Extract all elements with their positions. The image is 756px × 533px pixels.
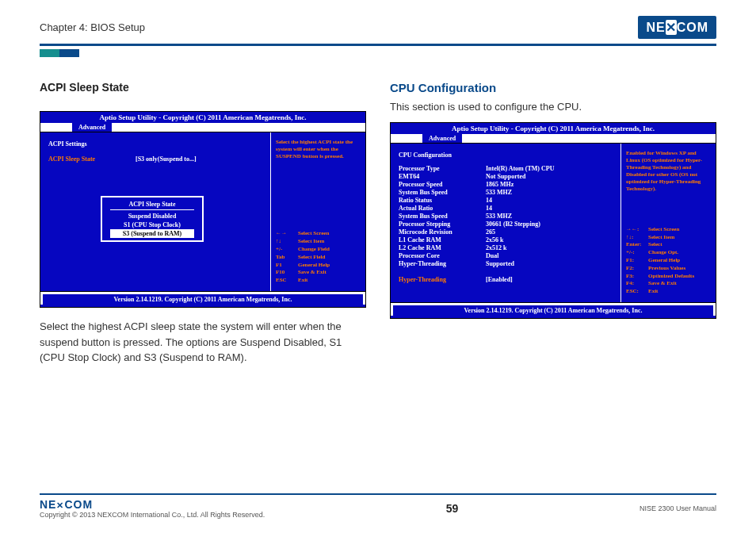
left-column: ACPI Sleep State Aptio Setup Utility - C… [40, 81, 366, 366]
bios-info-row: L1 Cache RAM2x56 k [399, 236, 613, 243]
left-heading: ACPI Sleep State [40, 81, 366, 94]
bios-title: Aptio Setup Utility - Copyright (C) 2011… [40, 112, 365, 123]
bios-title: Aptio Setup Utility - Copyright (C) 2011… [391, 123, 716, 134]
page-footer: NE✕COM Copyright © 2013 NEXCOM Internati… [40, 493, 716, 519]
bios-section: CPU Configuration [399, 151, 613, 159]
bios-info-row: Hyper-ThreadingSupported [399, 260, 613, 267]
popup-acpi-options[interactable]: ACPI Sleep State Suspend Disabled S1 (CP… [101, 196, 204, 242]
right-subtext: This section is used to configure the CP… [390, 101, 716, 113]
bios-info-row: Actual Ratio14 [399, 205, 613, 212]
bios-info-row: Ratio Status14 [399, 197, 613, 204]
bios-help-text: Select the highest ACPI state the system… [276, 139, 361, 230]
bios-info-row: Processor Speed1865 MHz [399, 181, 613, 188]
bios-screenshot-cpu: Aptio Setup Utility - Copyright (C) 2011… [390, 122, 716, 319]
popup-option-selected[interactable]: S3 (Suspend to RAM) [110, 229, 194, 238]
brand-logo: NE✕COM [638, 16, 716, 39]
footer-logo: NE✕COM [40, 498, 265, 511]
right-heading: CPU Configuration [390, 81, 716, 94]
bios-option-row[interactable]: Hyper-Threading [Enabled] [399, 276, 613, 283]
left-body-text: Select the highest ACPI sleep state the … [40, 319, 366, 366]
tab-advanced[interactable]: Advanced [422, 134, 462, 143]
bios-key-legend: ←→Select Screen↑↓Select Item+/-Change Fi… [276, 230, 361, 285]
bios-info-row: L2 Cache RAM2x512 k [399, 244, 613, 251]
bios-info-row: Processor CoreDual [399, 252, 613, 259]
copyright-text: Copyright © 2013 NEXCOM International Co… [40, 511, 265, 519]
bios-info-row: Microcode Revision265 [399, 228, 613, 236]
bios-info-row: EMT64Not Supported [399, 173, 613, 180]
right-column: CPU Configuration This section is used t… [390, 81, 716, 366]
manual-name: NISE 2300 User Manual [640, 504, 716, 512]
page-number: 59 [446, 502, 459, 515]
bios-tabs: Advanced [40, 123, 365, 132]
bios-version: Version 2.14.1219. Copyright (C) 2011 Am… [43, 294, 363, 305]
bios-info-row: System Bus Speed533 MHZ [399, 213, 613, 220]
accent-stripe [40, 49, 79, 57]
bios-info-row: Processor Stepping30661 (B2 Stepping) [399, 220, 613, 228]
popup-option[interactable]: Suspend Disabled [110, 212, 194, 220]
bios-section: ACPI Settings [48, 140, 262, 148]
bios-key-legend: →←:Select Screen↑↓:Select ItemEnter:Sele… [626, 226, 711, 296]
popup-option[interactable]: S1 (CPU Stop Clock) [110, 220, 194, 229]
bios-info-row: System Bus Speed533 MHZ [399, 189, 613, 196]
chapter-title: Chapter 4: BIOS Setup [40, 21, 145, 33]
bios-screenshot-acpi: Aptio Setup Utility - Copyright (C) 2011… [40, 111, 366, 308]
page-header: Chapter 4: BIOS Setup NE✕COM [40, 16, 716, 46]
tab-advanced[interactable]: Advanced [72, 123, 112, 132]
bios-option-row[interactable]: ACPI Sleep State [S3 only(Suspend to...] [48, 155, 262, 163]
bios-info-row: Processor TypeIntel(R) Atom (TM) CPU [399, 165, 613, 172]
bios-help-text: Enabled for Windows XP and Linux (OS opt… [626, 150, 711, 226]
bios-version: Version 2.14.1219. Copyright (C) 2011 Am… [393, 305, 713, 316]
bios-tabs: Advanced [391, 134, 716, 144]
